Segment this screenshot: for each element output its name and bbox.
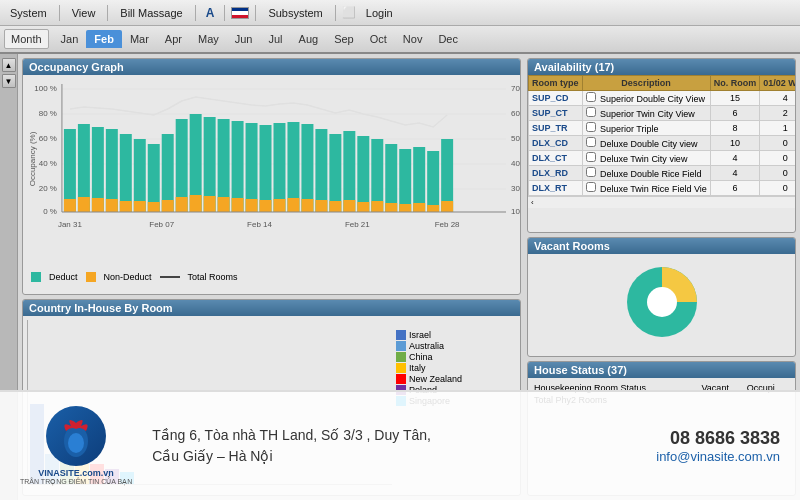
separator-4 (224, 5, 225, 21)
room-count-5: 4 (710, 166, 760, 181)
svg-rect-62 (260, 200, 272, 212)
sidebar-btn-1[interactable]: ▲ (2, 58, 16, 72)
room-avail-1: 2 (760, 106, 795, 121)
avail-row-1: SUP_CT Superior Twin City View 6 2 (529, 106, 796, 121)
room-check-0[interactable] (586, 92, 596, 102)
svg-text:60 %: 60 % (39, 134, 57, 143)
svg-rect-49 (78, 197, 90, 212)
avail-row-3: DLX_CD Deluxe Double City view 10 0 (529, 136, 796, 151)
sidebar-btn-2[interactable]: ▼ (2, 74, 16, 88)
legend-label-italy: Italy (409, 363, 426, 373)
svg-rect-52 (120, 201, 132, 212)
legend-label-israel: Israel (409, 330, 431, 340)
svg-rect-45 (413, 147, 425, 212)
svg-text:40 %: 40 % (39, 159, 57, 168)
address-line1: Tầng 6, Tòa nhà TH Land, Số 3/3 , Duy Tâ… (152, 425, 636, 446)
room-check-6[interactable] (586, 182, 596, 192)
avail-row-6: DLX_RT Deluxe Twin Rice Field Vie 6 0 (529, 181, 796, 196)
tab-jun[interactable]: Jun (227, 30, 261, 48)
phone-number: 08 8686 3838 (656, 428, 780, 449)
logo-svg (51, 411, 101, 461)
svg-rect-46 (427, 151, 439, 212)
tab-nov[interactable]: Nov (395, 30, 431, 48)
tab-mar[interactable]: Mar (122, 30, 157, 48)
tab-feb[interactable]: Feb (86, 30, 122, 48)
menu-login[interactable]: Login (360, 5, 399, 21)
svg-rect-56 (176, 197, 188, 212)
svg-rect-24 (120, 134, 132, 212)
svg-rect-53 (134, 201, 146, 212)
room-avail-3: 0 (760, 136, 795, 151)
room-desc-5: Deluxe Double Rice Field (582, 166, 710, 181)
legend-total-label: Total Rooms (188, 272, 238, 282)
tab-oct[interactable]: Oct (362, 30, 395, 48)
svg-rect-34 (260, 125, 272, 212)
menu-system[interactable]: System (4, 5, 53, 21)
logo-circle (46, 406, 106, 466)
legend-color-nz (396, 374, 406, 384)
menu-subsystem[interactable]: Subsystem (262, 5, 328, 21)
legend-color-italy (396, 363, 406, 373)
room-check-2[interactable] (586, 122, 596, 132)
svg-rect-65 (301, 199, 313, 212)
svg-rect-33 (246, 123, 258, 212)
svg-text:Occupancy (%): Occupancy (%) (28, 131, 37, 186)
svg-rect-72 (399, 204, 411, 212)
svg-rect-48 (64, 199, 76, 212)
separator-5 (255, 5, 256, 21)
scroll-left[interactable]: ‹ (528, 196, 795, 208)
room-check-1[interactable] (586, 107, 596, 117)
svg-rect-41 (357, 136, 369, 212)
room-avail-4: 0 (760, 151, 795, 166)
room-check-5[interactable] (586, 167, 596, 177)
svg-rect-26 (148, 144, 160, 212)
menu-bill[interactable]: Bill Massage (114, 5, 188, 21)
svg-rect-74 (427, 205, 439, 212)
separator-2 (107, 5, 108, 21)
room-avail-0: 4 (760, 91, 795, 106)
svg-rect-39 (329, 134, 341, 212)
logo-area: VINASITE.com.vn TRÂN TRỌNG ĐIÊM TIN CỦA … (20, 406, 132, 486)
tab-jul[interactable]: Jul (261, 30, 291, 48)
room-check-3[interactable] (586, 137, 596, 147)
legend-item-australia: Australia (396, 341, 516, 351)
tab-sep[interactable]: Sep (326, 30, 362, 48)
chart-legend: Deduct Non-Deduct Total Rooms (27, 270, 516, 284)
svg-rect-69 (357, 202, 369, 212)
legend-total-line (160, 276, 180, 278)
menu-view[interactable]: View (66, 5, 102, 21)
legend-deduct-color (31, 272, 41, 282)
svg-rect-43 (385, 144, 397, 212)
separator-6 (335, 5, 336, 21)
occupancy-title: Occupancy Graph (23, 59, 520, 75)
tab-may[interactable]: May (190, 30, 227, 48)
tab-jan[interactable]: Jan (53, 30, 87, 48)
address-line2: Cầu Giấy – Hà Nội (152, 446, 636, 467)
room-code-6: DLX_RT (529, 181, 583, 196)
room-code-5: DLX_RD (529, 166, 583, 181)
flag-icon[interactable] (231, 7, 249, 19)
tab-dec[interactable]: Dec (430, 30, 466, 48)
legend-color-israel (396, 330, 406, 340)
room-count-1: 6 (710, 106, 760, 121)
svg-rect-35 (273, 123, 285, 212)
svg-rect-70 (371, 201, 383, 212)
company-name: VINASITE.com.vn (38, 468, 114, 478)
room-desc-2: Superior Triple (582, 121, 710, 136)
svg-text:0 %: 0 % (43, 207, 57, 216)
month-dropdown[interactable]: Month (4, 29, 49, 49)
separator-3 (195, 5, 196, 21)
svg-rect-75 (441, 201, 453, 212)
room-code-4: DLX_CT (529, 151, 583, 166)
contact-right: 08 8686 3838 info@vinasite.com.vn (656, 428, 780, 464)
tab-apr[interactable]: Apr (157, 30, 190, 48)
tab-aug[interactable]: Aug (291, 30, 327, 48)
svg-rect-44 (399, 149, 411, 212)
col-description: Description (582, 76, 710, 91)
country-title: Country In-House By Room (23, 300, 520, 316)
svg-rect-38 (315, 129, 327, 212)
legend-item-china: China (396, 352, 516, 362)
house-title: House Status (37) (528, 362, 795, 378)
occupancy-panel: Occupancy Graph 100 % 80 % 60 % 40 % 20 … (22, 58, 521, 295)
room-check-4[interactable] (586, 152, 596, 162)
